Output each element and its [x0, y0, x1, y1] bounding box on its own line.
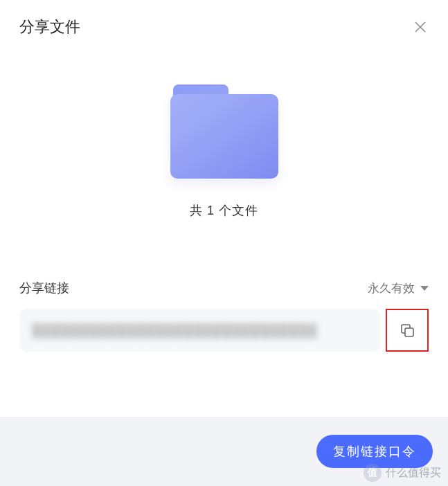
watermark: 值 什么值得买 [364, 464, 441, 482]
close-button[interactable] [412, 19, 429, 35]
dialog-header: 分享文件 [0, 0, 448, 44]
dialog-title: 分享文件 [19, 17, 80, 37]
copy-icon [399, 322, 415, 339]
dialog-footer: 复制链接口令 值 什么值得买 [0, 417, 448, 486]
chevron-down-icon [420, 286, 429, 291]
validity-dropdown[interactable]: 永久有效 [368, 280, 429, 296]
svg-rect-3 [405, 328, 413, 336]
validity-value: 永久有效 [368, 280, 415, 296]
share-link-field[interactable]: ██████████████████████████████ [19, 309, 380, 352]
copy-link-password-button[interactable]: 复制链接口令 [316, 435, 433, 468]
folder-preview: 共 1 个文件 [0, 84, 448, 219]
copy-link-icon-button[interactable] [386, 309, 429, 352]
watermark-badge: 值 [364, 464, 382, 482]
file-count-text: 共 1 个文件 [190, 202, 258, 219]
watermark-text: 什么值得买 [386, 466, 441, 480]
close-icon [413, 20, 427, 34]
folder-icon [170, 84, 278, 179]
share-link-label: 分享链接 [19, 280, 69, 296]
share-link-section: 分享链接 永久有效 ██████████████████████████████ [19, 280, 429, 352]
share-link-value: ██████████████████████████████ [32, 323, 318, 338]
